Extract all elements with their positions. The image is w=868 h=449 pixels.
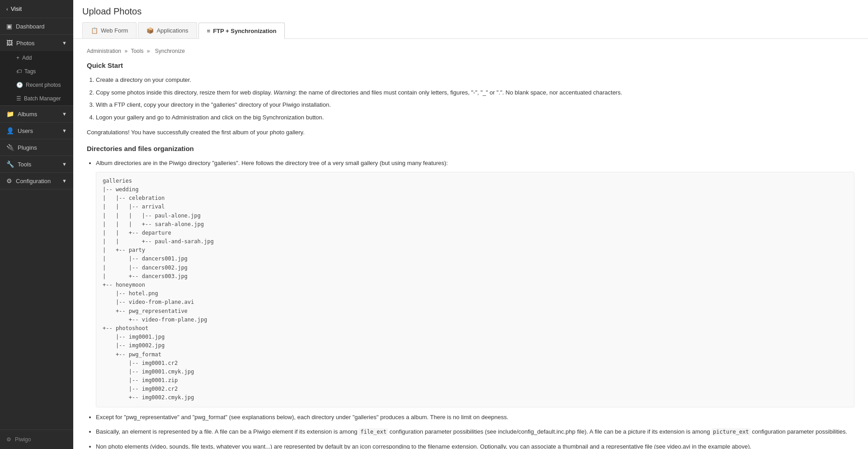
breadcrumb-sep2: » bbox=[147, 48, 151, 54]
sidebar-item-label: Configuration bbox=[16, 178, 51, 184]
piwigo-logo-icon: ⚙ bbox=[6, 436, 11, 443]
sidebar-item-add[interactable]: + Add bbox=[0, 51, 73, 65]
content-area: Administration » Tools » Synchronize Qui… bbox=[73, 39, 868, 449]
chevron-left-icon: ‹ bbox=[6, 6, 8, 12]
sidebar-sub-label: Tags bbox=[24, 68, 36, 75]
visit-button[interactable]: ‹ Visit bbox=[0, 0, 73, 18]
dir-org-title: Directories and files organization bbox=[87, 145, 854, 152]
congratulations-text: Congratulations! You have successfully c… bbox=[87, 129, 854, 136]
sidebar-item-tags[interactable]: 🏷 Tags bbox=[0, 65, 73, 78]
chevron-down-icon: ▼ bbox=[62, 161, 67, 167]
breadcrumb: Administration » Tools » Synchronize bbox=[87, 48, 854, 54]
batch-icon: ☰ bbox=[16, 95, 21, 102]
tags-icon: 🏷 bbox=[16, 68, 22, 75]
visit-label: Visit bbox=[11, 5, 22, 12]
users-icon: 👤 bbox=[6, 127, 14, 134]
breadcrumb-tools[interactable]: Tools bbox=[131, 48, 143, 54]
quick-start-title: Quick Start bbox=[87, 61, 854, 69]
sidebar-section-plugins: 🔌 Plugins bbox=[0, 139, 73, 156]
tabs-bar: 📋 Web Form 📦 Applications ≡ FTP + Synchr… bbox=[82, 22, 859, 38]
sidebar-item-label: Tools bbox=[18, 161, 31, 168]
sidebar-section-photos: 🖼 Photos ▼ + Add 🏷 Tags 🕐 Recent photos … bbox=[0, 35, 73, 106]
plugins-icon: 🔌 bbox=[6, 144, 14, 151]
tab-web-form[interactable]: 📋 Web Form bbox=[82, 22, 137, 38]
sidebar-item-plugins[interactable]: 🔌 Plugins bbox=[0, 139, 73, 156]
ftp-icon: ≡ bbox=[207, 28, 211, 34]
sidebar-section-configuration: ⚙ Configuration ▼ bbox=[0, 173, 73, 189]
chevron-down-icon: ▼ bbox=[62, 128, 67, 133]
list-item: Except for "pwg_representative" and "pwg… bbox=[96, 413, 854, 422]
sidebar-photos-submenu: + Add 🏷 Tags 🕐 Recent photos ☰ Batch Man… bbox=[0, 51, 73, 105]
page-title: Upload Photos bbox=[82, 6, 859, 17]
list-item: With a FTP client, copy your directory i… bbox=[96, 100, 854, 109]
tab-label: Web Form bbox=[101, 27, 128, 34]
sidebar-section-albums: 📁 Albums ▼ bbox=[0, 106, 73, 123]
chevron-down-icon: ▼ bbox=[62, 178, 67, 184]
main-content: Upload Photos 📋 Web Form 📦 Applications … bbox=[73, 0, 868, 449]
chevron-down-icon: ▼ bbox=[62, 40, 67, 46]
breadcrumb-sep1: » bbox=[124, 48, 129, 54]
sidebar-section-tools: 🔧 Tools ▼ bbox=[0, 156, 73, 173]
sidebar: ‹ Visit ▣ Dashboard 🖼 Photos ▼ + Add 🏷 T… bbox=[0, 0, 73, 449]
sidebar-item-users[interactable]: 👤 Users ▼ bbox=[0, 123, 73, 139]
list-item: Logon your gallery and go to Administrat… bbox=[96, 113, 854, 122]
sidebar-section-dashboard: ▣ Dashboard bbox=[0, 18, 73, 35]
sidebar-item-label: Users bbox=[18, 128, 33, 134]
sidebar-footer: ⚙ Piwigo bbox=[0, 430, 73, 449]
sidebar-sub-label: Add bbox=[22, 55, 32, 61]
sidebar-item-photos[interactable]: 🖼 Photos ▼ bbox=[0, 35, 73, 51]
sidebar-item-tools[interactable]: 🔧 Tools ▼ bbox=[0, 156, 73, 172]
page-header: Upload Photos 📋 Web Form 📦 Applications … bbox=[73, 0, 868, 39]
config-icon: ⚙ bbox=[6, 177, 12, 184]
list-item: Album directories are in the Piwigo dire… bbox=[96, 159, 854, 407]
list-item: Copy some photos inside this directory, … bbox=[96, 88, 854, 97]
breadcrumb-admin[interactable]: Administration bbox=[87, 48, 121, 54]
list-item: Create a directory on your computer. bbox=[96, 76, 854, 85]
photos-icon: 🖼 bbox=[6, 39, 13, 47]
list-item: Basically, an element is represented by … bbox=[96, 427, 854, 437]
quick-start-list: Create a directory on your computer. Cop… bbox=[96, 76, 854, 122]
tab-applications[interactable]: 📦 Applications bbox=[138, 22, 197, 38]
sidebar-sub-label: Batch Manager bbox=[24, 95, 61, 102]
breadcrumb-sync: Synchronize bbox=[155, 48, 185, 54]
chevron-down-icon: ▼ bbox=[62, 111, 67, 117]
sidebar-sub-label: Recent photos bbox=[26, 82, 61, 88]
sidebar-item-configuration[interactable]: ⚙ Configuration ▼ bbox=[0, 173, 73, 189]
tab-ftp-sync[interactable]: ≡ FTP + Synchronization bbox=[198, 23, 285, 39]
footer-label: Piwigo bbox=[15, 436, 31, 443]
applications-icon: 📦 bbox=[146, 27, 154, 34]
sidebar-item-albums[interactable]: 📁 Albums ▼ bbox=[0, 106, 73, 122]
add-icon: + bbox=[16, 55, 19, 61]
tools-icon: 🔧 bbox=[6, 161, 14, 168]
sidebar-item-label: Plugins bbox=[18, 144, 37, 151]
tab-label: Applications bbox=[156, 27, 188, 34]
dir-tree: galleries |-- wedding | |-- celebration … bbox=[96, 172, 854, 407]
sidebar-section-users: 👤 Users ▼ bbox=[0, 123, 73, 139]
sidebar-item-label: Photos bbox=[16, 40, 34, 47]
dir-org-list: Album directories are in the Piwigo dire… bbox=[96, 159, 854, 449]
sidebar-item-batch-manager[interactable]: ☰ Batch Manager bbox=[0, 92, 73, 105]
sidebar-item-label: Dashboard bbox=[16, 23, 45, 30]
dashboard-icon: ▣ bbox=[6, 23, 12, 30]
sidebar-item-recent-photos[interactable]: 🕐 Recent photos bbox=[0, 78, 73, 92]
sidebar-item-dashboard[interactable]: ▣ Dashboard bbox=[0, 18, 73, 34]
sidebar-item-label: Albums bbox=[18, 111, 37, 118]
web-form-icon: 📋 bbox=[91, 27, 98, 34]
clock-icon: 🕐 bbox=[16, 82, 23, 88]
tab-label: FTP + Synchronization bbox=[213, 28, 276, 34]
albums-icon: 📁 bbox=[6, 110, 14, 118]
list-item: Non photo elements (video, sounds, file … bbox=[96, 442, 854, 449]
